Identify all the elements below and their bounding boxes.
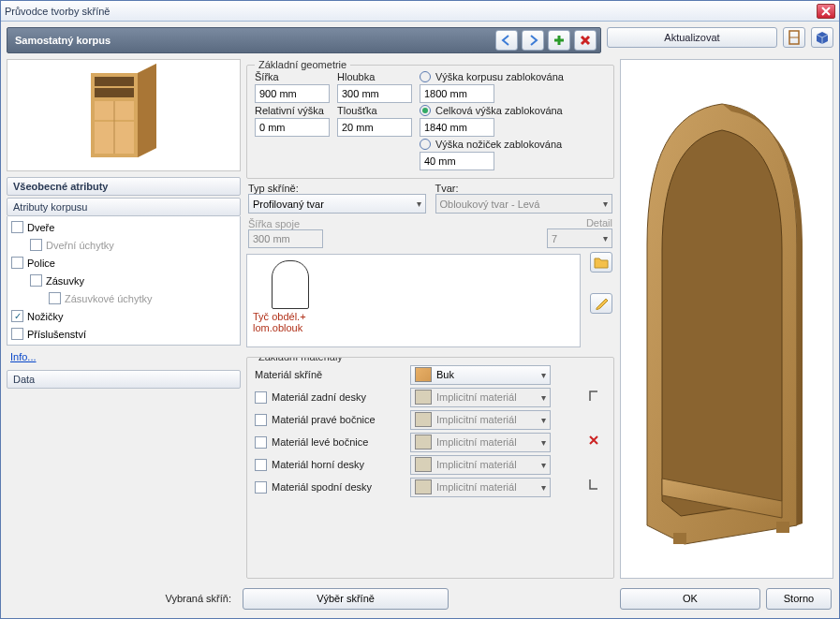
titlebar: Průvodce tvorby skříně [1,1,839,22]
svg-rect-4 [95,77,134,86]
material-swatch-icon [415,457,432,472]
checkbox[interactable] [255,414,267,426]
svg-rect-9 [673,533,686,544]
material-dropdown[interactable]: Implicitní materiál [410,455,551,475]
subtitle-bar: Samostatný korpus [7,27,601,53]
material-row: Materiál spodní deskyImplicitní materiál [255,476,582,498]
profile-item[interactable]: Tyč obdél.+ lom.oblouk [253,260,328,333]
materials-legend: Základní materiály [255,357,346,362]
checkbox[interactable] [49,292,61,304]
feet-height-radio[interactable] [420,139,431,150]
edit-button[interactable] [590,293,612,314]
attribute-row[interactable]: Zásuvky [7,272,240,289]
cabinet-type-dropdown[interactable]: Profilovaný tvar [248,194,426,214]
profile-caption: Tyč obdél.+ lom.oblouk [253,311,328,333]
svg-rect-10 [776,522,789,533]
width-label: Šířka [255,71,330,82]
cancel-button[interactable]: Storno [766,588,832,610]
material-swatch-icon [415,390,432,405]
general-attributes-header[interactable]: Všeobecné atributy [7,177,241,196]
attribute-row[interactable]: Příslušenství [7,325,240,343]
checkbox[interactable] [255,436,267,449]
detail-dropdown: 7 [547,228,612,248]
material-dropdown[interactable]: Implicitní materiál [410,478,551,497]
attribute-label: Dveře [27,222,54,233]
material-swatch-icon [415,412,432,427]
material-label: Materiál zadní desky [272,391,366,403]
material-dropdown[interactable]: Implicitní materiál [410,433,551,452]
attribute-label: Nožičky [27,311,64,322]
next-button[interactable] [522,30,544,51]
material-label: Materiál pravé bočnice [272,414,376,425]
info-link[interactable]: Info... [7,346,241,368]
middle-panel: Základní geometrie Šířka Hloubka Výška k… [246,59,614,579]
materials-fieldset: Základní materiály Materiál skříně Buk M… [246,357,614,579]
attribute-label: Zásuvky [46,275,84,287]
material-row: Materiál levé bočniceImplicitní materiál [255,431,582,453]
attribute-label: Police [27,258,55,269]
checkbox[interactable] [11,257,23,269]
ok-button[interactable]: OK [620,588,760,610]
selected-cabinet-label: Vybraná skříň: [8,593,237,604]
bracket-top-icon [588,390,599,403]
total-height-radio[interactable] [420,105,431,116]
attribute-row[interactable]: Zásuvkové úchytky [7,289,240,307]
cabinet-material-dropdown[interactable]: Buk [410,365,551,385]
thickness-input[interactable]: 20 mm [337,118,412,137]
window-title: Průvodce tvorby skříně [5,6,817,17]
detail-label: Detail [547,217,612,228]
remove-material-icon[interactable] [588,435,599,446]
joint-width-label: Šířka spoje [248,218,323,229]
depth-input[interactable]: 300 mm [337,84,412,103]
checkbox[interactable] [30,239,42,251]
checkbox[interactable] [11,328,23,340]
choose-cabinet-button[interactable]: Výběr skříně [243,588,449,610]
corpus-attributes-header[interactable]: Atributy korpusu [7,198,241,216]
cabinet-type-label: Typ skříně: [248,183,426,194]
corpus-height-radio[interactable] [420,71,431,82]
preview-panel[interactable] [620,59,833,579]
data-header[interactable]: Data [7,370,241,389]
material-label: Materiál horní desky [272,459,364,470]
attribute-list: DveřeDveřní úchytkyPoliceZásuvkyZásuvkov… [7,216,241,346]
corpus-height-label: Výška korpusu zablokována [435,71,564,82]
close-icon[interactable] [817,4,835,19]
corpus-height-input[interactable]: 1800 mm [420,84,494,103]
checkbox[interactable] [255,391,267,404]
open-folder-button[interactable] [590,252,612,273]
add-button[interactable] [548,30,570,51]
cabinet-thumb-icon [81,64,166,167]
total-height-input[interactable]: 1840 mm [420,118,494,137]
thumbnail [7,59,241,171]
attribute-label: Dveřní úchytky [46,240,114,251]
checkbox[interactable] [11,310,23,322]
material-row: Materiál pravé bočniceImplicitní materiá… [255,408,582,431]
arch-profile-icon [272,260,309,309]
checkbox[interactable] [30,274,42,287]
delete-button[interactable] [574,30,597,51]
geometry-legend: Základní geometrie [255,59,350,70]
attribute-row[interactable]: Dveře [7,218,240,236]
rel-height-input[interactable]: 0 mm [255,118,330,137]
material-dropdown[interactable]: Implicitní materiál [410,388,551,407]
checkbox[interactable] [255,459,267,471]
attribute-row[interactable]: Police [7,254,240,272]
preview-3d [621,60,833,578]
shape-dropdown[interactable]: Obloukový tvar - Levá [435,194,613,214]
subtitle-text: Samostatný korpus [15,35,111,46]
shape-label: Tvar: [435,183,613,194]
update-button[interactable]: Aktualizovat [607,27,777,48]
feet-height-input[interactable]: 40 mm [420,152,494,170]
attribute-row[interactable]: Dveřní úchytky [7,236,240,254]
attribute-row[interactable]: Nožičky [7,307,240,325]
thickness-label: Tloušťka [337,105,412,116]
cabinet-icon[interactable] [783,27,805,48]
material-swatch-icon [415,435,432,450]
prev-button[interactable] [495,30,518,51]
width-input[interactable]: 900 mm [255,84,330,103]
profile-list[interactable]: Tyč obdél.+ lom.oblouk [246,254,581,347]
material-dropdown[interactable]: Implicitní materiál [410,410,551,430]
checkbox[interactable] [11,221,23,233]
checkbox[interactable] [255,481,267,494]
view3d-icon[interactable] [811,27,833,48]
